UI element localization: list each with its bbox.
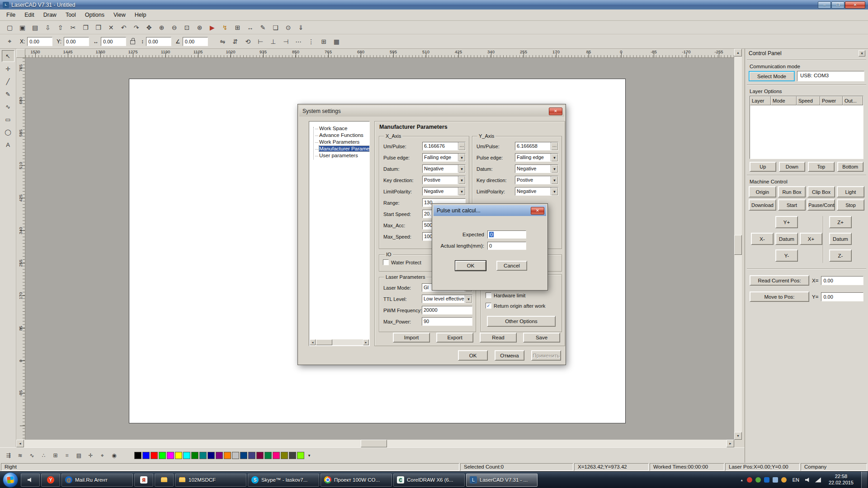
display-tray-icon[interactable] xyxy=(773,477,778,483)
snap-objects-icon[interactable]: ✛ xyxy=(85,450,96,460)
color-swatch[interactable] xyxy=(248,452,255,459)
color-swatch[interactable] xyxy=(224,452,231,459)
mirror-vertical-icon[interactable]: ⇵ xyxy=(229,36,241,47)
param-field[interactable]: Postive xyxy=(422,176,466,184)
path-optimize-icon[interactable]: ≋ xyxy=(14,450,26,460)
preview-icon[interactable]: ◉ xyxy=(108,450,120,460)
color-swatch[interactable] xyxy=(264,452,272,459)
expected-input[interactable]: 0 xyxy=(487,230,526,239)
param-field[interactable]: Falling edge xyxy=(422,153,466,162)
dropdown-arrow-icon[interactable] xyxy=(551,142,558,150)
mirror-horizontal-icon[interactable]: ⇋ xyxy=(217,36,229,47)
pick-tool-icon[interactable]: ⌖ xyxy=(4,36,16,47)
dropdown-arrow-icon[interactable] xyxy=(458,176,465,184)
color-swatch[interactable] xyxy=(199,452,207,459)
layer-column-header[interactable]: Speed xyxy=(797,96,820,105)
distribute-horizontal-icon[interactable]: ⋯ xyxy=(292,36,305,47)
settings-close-button[interactable] xyxy=(549,108,562,115)
lasercad-taskbar-button[interactable]: LaserCAD V7.31 - ... xyxy=(466,474,538,487)
redo-icon[interactable]: ↷ xyxy=(130,22,142,33)
dropdown-arrow-icon[interactable] xyxy=(551,165,558,173)
group-icon[interactable]: ❏ xyxy=(269,22,282,33)
open-file-icon[interactable]: ▣ xyxy=(16,22,28,33)
water-protect-checkbox[interactable] xyxy=(383,259,389,265)
param-field[interactable]: 6.166676 xyxy=(422,142,466,150)
tree-item[interactable]: User parameters xyxy=(311,152,368,159)
color-swatch[interactable] xyxy=(175,452,182,459)
move-to-pos-button[interactable]: Move to Pos: xyxy=(750,291,809,302)
tree-item[interactable]: Work Parameters xyxy=(311,139,368,145)
dropdown-arrow-icon[interactable] xyxy=(458,142,465,150)
canvas-horizontal-scrollbar[interactable]: ◄ ► xyxy=(16,440,734,447)
color-swatch[interactable] xyxy=(256,452,264,459)
layer-column-header[interactable]: Layer xyxy=(750,96,771,105)
show-path-icon[interactable]: ∿ xyxy=(26,450,38,460)
menu-item[interactable]: Draw xyxy=(39,10,61,19)
group-objects-icon[interactable]: ▦ xyxy=(330,36,343,47)
lock-ratio-icon[interactable] xyxy=(130,40,135,44)
datum-xy-button[interactable]: Datum xyxy=(775,233,798,245)
simulate-icon[interactable]: ▶ xyxy=(206,22,218,33)
rotate-90-icon[interactable]: ⟲ xyxy=(242,36,254,47)
download-button[interactable]: Download xyxy=(749,199,776,211)
same-size-icon[interactable]: ⊞ xyxy=(318,36,330,47)
color-swatch[interactable] xyxy=(167,452,174,459)
select-mode-button[interactable]: Select Mode xyxy=(749,71,795,81)
hidden-icons-button[interactable] xyxy=(741,478,743,482)
settings-cancel-button[interactable]: Отмена xyxy=(495,350,524,361)
param-field[interactable]: 20000 xyxy=(422,306,472,314)
canvas-vertical-scrollbar[interactable]: ▲ ▼ xyxy=(734,49,742,440)
dropdown-arrow-icon[interactable] xyxy=(458,154,465,161)
x-plus-button[interactable]: X+ xyxy=(800,233,822,245)
color-swatch[interactable] xyxy=(159,452,166,459)
param-field[interactable]: Low level effective xyxy=(422,295,472,303)
undo-icon[interactable]: ↶ xyxy=(118,22,130,33)
paste-icon[interactable]: ❒ xyxy=(92,22,104,33)
pulse-cancel-button[interactable]: Cancel xyxy=(496,261,527,271)
sync-tray-icon[interactable] xyxy=(755,477,761,483)
menu-item[interactable]: File xyxy=(2,10,20,19)
rect-tool[interactable]: ▭ xyxy=(2,113,14,125)
select-tool[interactable]: ↖ xyxy=(2,50,14,62)
export-icon[interactable]: ⇧ xyxy=(54,22,66,33)
yandex-browser-button[interactable] xyxy=(41,474,60,487)
menu-item[interactable]: Options xyxy=(80,10,109,19)
pulse-ok-button[interactable]: OK xyxy=(455,261,486,271)
layer-column-header[interactable]: Mode xyxy=(771,96,797,105)
pen-tool[interactable]: ✎ xyxy=(2,88,14,100)
text-tool[interactable]: A xyxy=(2,139,14,150)
other-options-button[interactable]: Other Options xyxy=(487,316,556,327)
tree-item[interactable]: Advance Functions xyxy=(311,132,368,139)
color-swatch[interactable] xyxy=(191,452,198,459)
minimize-button[interactable] xyxy=(818,1,831,9)
language-indicator[interactable]: EN xyxy=(791,476,801,483)
scroll-down-button[interactable]: ▼ xyxy=(734,432,742,440)
color-swatch[interactable] xyxy=(297,452,304,459)
color-swatch[interactable] xyxy=(134,452,142,459)
start-button[interactable] xyxy=(3,472,18,488)
yandex-ya-button[interactable] xyxy=(134,474,153,487)
tree-item[interactable]: Manufacturer Paramet xyxy=(311,145,368,152)
node-edit-tool[interactable]: ✛ xyxy=(2,63,14,75)
x-minus-button[interactable]: X- xyxy=(751,233,774,245)
align-right-icon[interactable]: ⊣ xyxy=(280,36,292,47)
output-order-icon[interactable]: ⇶ xyxy=(3,450,14,460)
color-swatch[interactable] xyxy=(240,452,247,459)
menu-item[interactable]: Edit xyxy=(20,10,39,19)
dropdown-arrow-icon[interactable] xyxy=(465,295,472,303)
y-coordinate-input[interactable] xyxy=(64,37,89,46)
return-origin-checkbox[interactable] xyxy=(486,303,491,309)
mailru-agent-button[interactable]: Mail.Ru Агент xyxy=(61,474,133,487)
pulse-close-button[interactable] xyxy=(531,207,544,215)
clip-box-button[interactable]: Clip Box xyxy=(807,186,835,197)
x-coordinate-input[interactable] xyxy=(27,37,52,46)
import-button[interactable]: Import xyxy=(393,333,430,343)
start-button-cp[interactable]: Start xyxy=(778,199,806,211)
dropdown-arrow-icon[interactable] xyxy=(551,176,558,184)
settings-apply-button[interactable]: Применить xyxy=(531,350,561,361)
node-edit-icon[interactable]: ✎ xyxy=(257,22,269,33)
skype-button[interactable]: Skype™ - laskov7... xyxy=(248,474,319,487)
network-tray-icon[interactable] xyxy=(815,478,821,483)
tree-scroll-right-icon[interactable]: ► xyxy=(363,339,369,345)
origin-button[interactable]: Origin xyxy=(749,186,776,197)
